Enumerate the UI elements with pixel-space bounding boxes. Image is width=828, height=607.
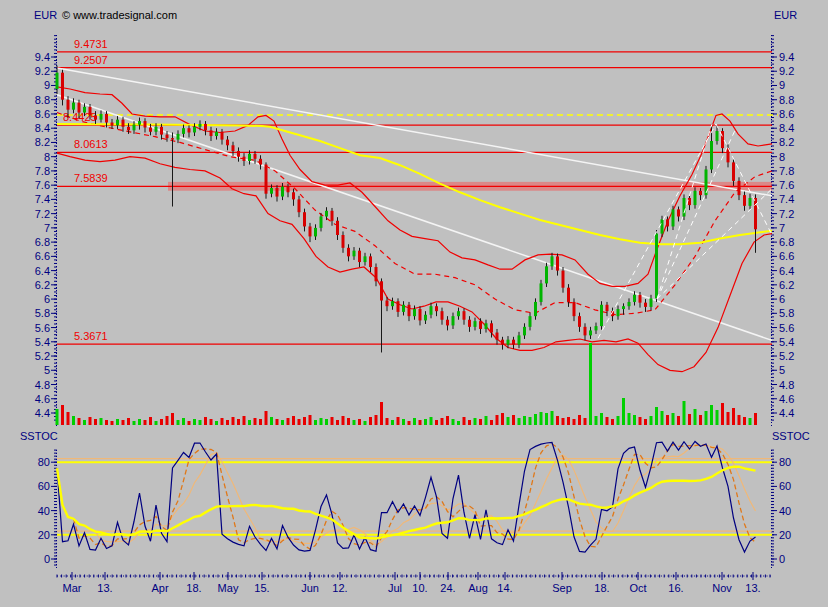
candle-body: [336, 221, 339, 235]
volume-bar: [61, 405, 64, 425]
time-axis-label: Sep: [552, 582, 572, 594]
price-tick-label-left: 4.8: [35, 379, 50, 391]
tradesignal-chart-window: EUR © www.tradesignal.com EUR SSTOC SSTO…: [0, 0, 828, 607]
candle-body: [116, 120, 119, 126]
stoch-tick-label-right: 0: [779, 553, 785, 565]
price-tick-label-right: 7: [779, 222, 785, 234]
candle-body: [144, 121, 147, 127]
volume-bar: [281, 420, 284, 425]
price-tick-label-left: 8.2: [35, 136, 50, 148]
volume-bar: [485, 416, 488, 425]
time-axis-label: Apr: [151, 582, 168, 594]
price-tick-label-left: 4.4: [35, 407, 50, 419]
volume-bar: [622, 398, 625, 425]
volume-bar: [413, 418, 416, 425]
time-axis[interactable]: Mar13.Apr18.May15.Jun12.Jul10.24.Aug14.S…: [57, 572, 772, 594]
candle-body: [188, 128, 191, 132]
volume-bar: [298, 419, 301, 425]
level-label: 9.2507: [74, 54, 108, 66]
volume-bar: [358, 419, 361, 425]
candle-body: [331, 211, 334, 221]
price-tick-label-left: 5: [44, 364, 50, 376]
volume-bar: [215, 421, 218, 425]
candle-body: [551, 256, 554, 266]
candle-body: [600, 305, 603, 326]
candle-body: [617, 309, 620, 316]
volume-bar: [650, 416, 653, 425]
candle-body: [463, 311, 466, 320]
candle-body: [375, 267, 378, 281]
volume-bar: [303, 417, 306, 425]
volume-bar: [149, 417, 152, 425]
candle-body: [644, 303, 647, 307]
volume-bar: [116, 419, 119, 425]
candle-body: [353, 251, 356, 257]
time-axis-label: 24.: [440, 582, 455, 594]
candle-body: [430, 306, 433, 315]
price-tick-label-right: 7.8: [779, 165, 794, 177]
volume-bar: [468, 420, 471, 425]
price-tick-label-right: 4.6: [779, 393, 794, 405]
chart-canvas[interactable]: 9.49.49.29.2998.88.88.68.68.48.48.28.288…: [0, 0, 828, 607]
candle-body: [749, 198, 752, 206]
candle-body: [666, 219, 669, 226]
price-tick-label-right: 8.6: [779, 108, 794, 120]
candle-body: [210, 130, 213, 136]
price-tick-label-right: 4.8: [779, 379, 794, 391]
candle-body: [446, 320, 449, 326]
candle-body: [369, 256, 372, 267]
price-tick-label-right: 9.4: [779, 51, 794, 63]
volume-bar: [677, 416, 680, 425]
volume-bar: [243, 416, 246, 425]
volume-bar: [611, 419, 614, 425]
candle-body: [391, 301, 394, 306]
time-axis-label: Mar: [63, 582, 82, 594]
stochastic-label-left: SSTOC: [20, 430, 58, 442]
volume-bar: [226, 420, 229, 425]
candle-body: [232, 145, 235, 151]
stoch-tick-label-right: 20: [779, 529, 791, 541]
volume-bars: [56, 343, 758, 425]
volume-bar: [127, 418, 130, 425]
stoch-signal-line: [57, 467, 756, 539]
candle-body: [694, 191, 697, 205]
volume-bar: [78, 418, 81, 425]
candle-body: [457, 311, 460, 316]
candle-body: [347, 248, 350, 257]
volume-bar: [529, 417, 532, 425]
volume-bar: [342, 416, 345, 425]
price-tick-label-left: 7: [44, 222, 50, 234]
volume-bar: [369, 417, 372, 425]
volume-bar: [452, 419, 455, 425]
price-tick-label-left: 6.8: [35, 236, 50, 248]
white-dashed-fan-line: [657, 128, 736, 299]
candle-body: [507, 340, 510, 345]
price-tick-label-left: 4.6: [35, 393, 50, 405]
stochastic-plot[interactable]: [57, 442, 772, 553]
candle-body: [309, 226, 312, 236]
time-axis-label: 12.: [332, 582, 347, 594]
volume-bar: [111, 421, 114, 425]
volume-bar: [435, 420, 438, 425]
volume-bar: [463, 417, 466, 425]
price-tick-label-left: 7.4: [35, 193, 50, 205]
candle-body: [342, 235, 345, 248]
volume-bar: [276, 419, 279, 425]
volume-bar: [292, 416, 295, 425]
volume-bar: [287, 418, 290, 425]
candle-body: [556, 256, 559, 270]
volume-bar: [320, 418, 323, 425]
price-tick-label-right: 6.6: [779, 250, 794, 262]
candle-body: [270, 188, 273, 194]
volume-bar: [391, 420, 394, 425]
volume-bar: [177, 420, 180, 425]
candle-body: [628, 302, 631, 306]
level-label: 7.5839: [74, 172, 108, 184]
price-tick-label-left: 5.6: [35, 322, 50, 334]
volume-bar: [551, 411, 554, 425]
volume-bar: [617, 416, 620, 425]
price-axis[interactable]: 9.49.49.29.2998.88.88.68.68.48.48.28.288…: [35, 35, 795, 428]
stoch-tick-label-left: 80: [38, 456, 50, 468]
stoch-tick-label-left: 40: [38, 505, 50, 517]
time-axis-label: Oct: [629, 582, 646, 594]
